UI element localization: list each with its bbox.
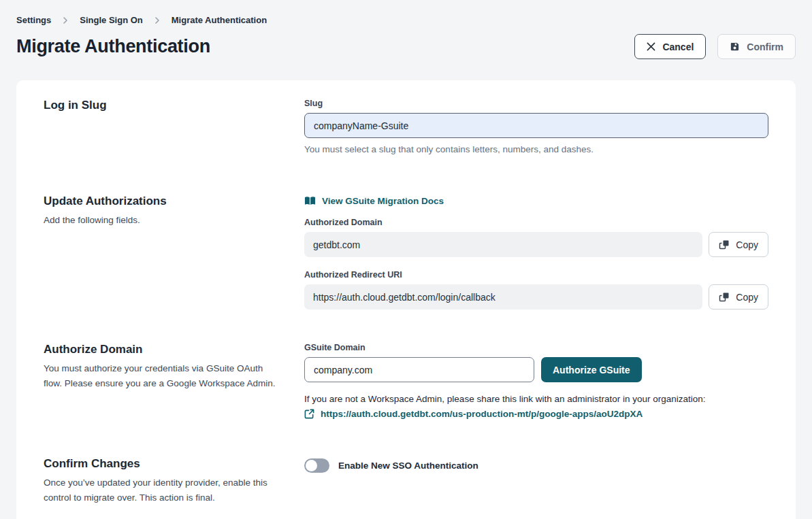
authorize-gsuite-button[interactable]: Authorize GSuite	[541, 357, 642, 382]
copy-redirect-uri-button[interactable]: Copy	[709, 284, 768, 309]
gsuite-domain-label: GSuite Domain	[304, 343, 768, 352]
external-link-icon	[304, 409, 314, 419]
breadcrumb: Settings Single Sign On Migrate Authenti…	[16, 15, 796, 25]
header-actions: Cancel Confirm	[634, 34, 796, 59]
settings-card: Log in Slug Slug You must select a slug …	[16, 80, 796, 519]
enable-new-sso-toggle-label: Enable New SSO Authentication	[338, 461, 478, 471]
gsuite-migration-docs-link-label: View GSuite Migration Docs	[322, 196, 444, 206]
authorized-domain-row: Authorized Domain getdbt.com Copy	[304, 218, 768, 257]
breadcrumb-settings[interactable]: Settings	[16, 15, 51, 25]
workspace-admin-note: If you are not a Workspace Admin, please…	[304, 394, 768, 404]
section-login-slug: Log in Slug Slug You must select a slug …	[44, 99, 768, 154]
page-header: Settings Single Sign On Migrate Authenti…	[0, 0, 812, 59]
cancel-button[interactable]: Cancel	[634, 34, 706, 59]
authorized-redirect-uri-row: Authorized Redirect URI https://auth.clo…	[304, 270, 768, 309]
close-icon	[647, 42, 655, 51]
authorize-domain-heading: Authorize Domain	[44, 343, 278, 356]
copy-icon	[719, 292, 730, 303]
page-title: Migrate Authentication	[16, 36, 210, 57]
authorized-domain-label: Authorized Domain	[304, 218, 702, 227]
authorized-redirect-uri-value: https://auth.cloud.getdbt.com/login/call…	[304, 284, 702, 309]
section-confirm-changes: Confirm Changes Once you’ve updated your…	[44, 457, 768, 505]
authorized-domain-value: getdbt.com	[304, 232, 702, 257]
section-update-authorizations: Update Authorizations Add the following …	[44, 195, 768, 309]
chevron-right-icon	[153, 16, 161, 24]
slug-input[interactable]	[304, 113, 768, 138]
copy-button-label: Copy	[736, 239, 758, 250]
admin-share-link[interactable]: https://auth.cloud.getdbt.com/us-product…	[304, 409, 643, 419]
slug-field-label: Slug	[304, 99, 768, 108]
book-icon	[304, 196, 316, 206]
confirm-changes-heading: Confirm Changes	[44, 457, 278, 471]
cancel-button-label: Cancel	[662, 41, 694, 52]
toggle-knob	[306, 460, 317, 471]
confirm-button-label: Confirm	[747, 41, 783, 52]
copy-authorized-domain-button[interactable]: Copy	[709, 232, 768, 257]
slug-helper-text: You must select a slug that only contain…	[304, 144, 768, 154]
authorize-domain-description: You must authorize your credentials via …	[44, 361, 278, 390]
gsuite-migration-docs-link[interactable]: View GSuite Migration Docs	[304, 196, 444, 206]
update-authorizations-heading: Update Authorizations	[44, 195, 278, 208]
update-authorizations-description: Add the following fields.	[44, 213, 278, 228]
copy-icon	[719, 239, 730, 250]
copy-button-label: Copy	[736, 292, 758, 303]
section-authorize-domain: Authorize Domain You must authorize your…	[44, 343, 768, 422]
admin-share-link-url: https://auth.cloud.getdbt.com/us-product…	[321, 409, 643, 419]
save-icon	[730, 41, 740, 52]
login-slug-heading: Log in Slug	[44, 99, 278, 112]
authorized-redirect-uri-label: Authorized Redirect URI	[304, 270, 702, 280]
chevron-right-icon	[61, 16, 69, 24]
enable-new-sso-toggle[interactable]	[304, 458, 329, 473]
confirm-button[interactable]: Confirm	[717, 34, 796, 59]
confirm-changes-description: Once you’ve updated your identity provid…	[44, 475, 278, 505]
gsuite-domain-input[interactable]	[304, 357, 534, 382]
breadcrumb-migrate-authentication: Migrate Authentication	[172, 15, 267, 25]
breadcrumb-single-sign-on[interactable]: Single Sign On	[80, 15, 142, 25]
